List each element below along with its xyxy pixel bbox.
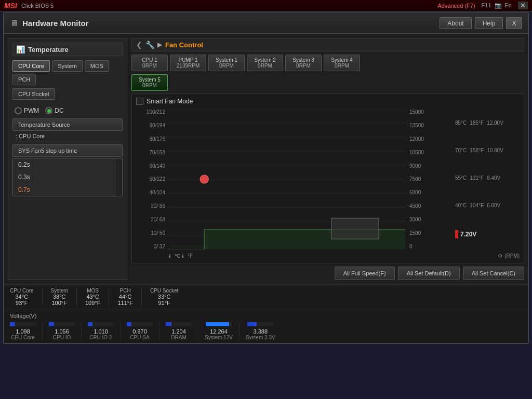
status-bar: CPU Core 34°C 93°F System 38°C 100°F MOS…	[4, 284, 528, 309]
temperature-title: Temperature	[28, 46, 69, 54]
dropdown-scrollbar[interactable]	[115, 158, 122, 196]
fan-system4[interactable]: System 4 0RPM	[324, 55, 360, 71]
tab-pch[interactable]: PCH	[12, 74, 36, 85]
fan-system3[interactable]: System 3 0RPM	[285, 55, 322, 71]
title-bar: 🖥 Hardware Monitor About Help X	[4, 13, 528, 34]
close-button[interactable]: X	[506, 17, 522, 29]
msi-logo: MSI	[4, 2, 17, 10]
set-cancel-button[interactable]: All Set Cancel(C)	[463, 267, 524, 280]
chart-y-labels-left: 100/212 90/194 80/176 70/158 60/140 50/1…	[136, 109, 167, 249]
y-right-9: 1500	[409, 230, 452, 236]
voltage-label-2: 55°C 131°F 8.40V	[455, 175, 520, 181]
fan-buttons-row1: CPU 1 0RPM PUMP 1 2139RPM System 1 0RPM …	[131, 55, 524, 71]
voltage-items: 1.098 CPU Core 1.056 CPU IO 1.010 CPU IO…	[10, 322, 522, 340]
dropdown-item-1[interactable]: 0.3s	[13, 171, 122, 183]
voltage-cpu-io-value: 1.056	[55, 328, 69, 335]
fan-system5-rpm: 0RPM	[136, 83, 163, 88]
smart-fan-checkbox[interactable]	[136, 98, 143, 105]
tab-mos[interactable]: MOS	[85, 60, 109, 72]
dc-radio-indicator	[47, 109, 51, 113]
voltage-cpu-sa-bar	[127, 322, 131, 326]
fan-system4-label: System 4	[331, 57, 353, 63]
pwm-label: PWM	[24, 107, 39, 114]
fan-system5[interactable]: System 5 0RPM	[131, 74, 168, 91]
content-area: 📊 Temperature CPU Core System MOS PCH CP…	[4, 34, 528, 284]
chart-y-labels-right: 15000 13500 12000 10500 9000 7500 6000 4…	[405, 109, 452, 249]
fan-cpu1[interactable]: CPU 1 0RPM	[131, 55, 168, 71]
celsius-symbol: ℃	[175, 253, 180, 259]
smart-fan-row: Smart Fan Mode	[136, 98, 520, 105]
top-bar-subtitle: Click BIOS 5	[21, 3, 54, 9]
fan-pump1[interactable]: PUMP 1 2139RPM	[170, 55, 206, 71]
temp-mos: MOS 43°C 109°F	[85, 288, 109, 306]
about-button[interactable]: About	[440, 17, 471, 29]
fan-pump1-rpm: 2139RPM	[175, 63, 202, 69]
temp-pch-f: 111°F	[117, 300, 132, 306]
left-panel: 📊 Temperature CPU Core System MOS PCH CP…	[8, 38, 127, 280]
voltage-indicator-bar	[455, 230, 458, 238]
dc-label: DC	[55, 107, 63, 114]
temperature-tabs-row2: CPU Socket	[12, 88, 123, 100]
fan-system1[interactable]: System 1 0RPM	[208, 55, 245, 71]
title-bar-left: 🖥 Hardware Monitor	[10, 19, 89, 28]
window-close-icon[interactable]: ✕	[518, 2, 528, 9]
voltage-cpu-io2-value: 1.010	[94, 328, 108, 335]
lang-icon[interactable]: En	[505, 2, 512, 9]
current-voltage-row: 7.20V	[455, 230, 520, 238]
fan-nav-back[interactable]: ❮	[136, 41, 142, 49]
set-default-button[interactable]: All Set Default(D)	[398, 267, 460, 280]
fan-system2-label: System 2	[254, 57, 276, 63]
fan-control-title: Fan Control	[165, 41, 203, 49]
f11-icon[interactable]: F11	[482, 2, 491, 9]
voltage-cpu-core-value: 1.098	[16, 328, 30, 335]
rpm-axis-label: ⚙ (RPM)	[498, 253, 520, 259]
voltage-cpu-io: 1.056 CPU IO	[43, 322, 82, 340]
help-button[interactable]: Help	[475, 17, 503, 29]
pwm-radio-outer	[15, 107, 22, 114]
voltage-dram-bar-wrapper	[166, 322, 192, 326]
temp-cpu-socket-c: 33°C	[158, 294, 171, 300]
temp-pch-name: PCH	[120, 288, 131, 294]
fan-system5-label: System 5	[139, 77, 161, 83]
voltage-system-33v-bar-wrapper	[247, 322, 273, 326]
chart-container: Smart Fan Mode 100/212 90/194 80/176 70/…	[131, 93, 524, 263]
fan-system4-rpm: 0RPM	[328, 63, 355, 69]
dropdown-item-0[interactable]: 0.2s	[13, 158, 122, 171]
top-bar-left: MSI Click BIOS 5	[4, 2, 54, 10]
voltage-label-0: 85°C 185°F 12.00V	[455, 120, 520, 126]
voltage-system-33v: 3.388 System 3.3V	[240, 322, 282, 340]
tab-cpu-core[interactable]: CPU Core	[12, 60, 50, 72]
temp-system-name: System	[51, 288, 68, 294]
fan-chart-svg[interactable]	[167, 109, 405, 249]
advanced-label: Advanced (F7)	[437, 3, 475, 9]
voltage-cpu-io2-bar-wrapper	[88, 322, 114, 326]
dc-radio[interactable]: DC	[45, 107, 63, 114]
temperature-section-header: 📊 Temperature	[12, 43, 123, 56]
bottom-buttons: All Full Speed(F) All Set Default(D) All…	[131, 267, 524, 280]
y-label-0: 100/212	[136, 109, 165, 115]
voltage-system-12v-bar	[206, 322, 229, 326]
y-label-7: 30/ 86	[136, 203, 165, 209]
hardware-monitor-icon: 🖥	[10, 19, 18, 28]
screenshot-icon[interactable]: 📷	[495, 2, 502, 9]
pwm-radio[interactable]: PWM	[15, 107, 39, 114]
right-panel: ❮ 🔧 ▶ Fan Control CPU 1 0RPM PUMP 1 2139…	[131, 38, 524, 280]
temp-cpu-socket-f: 91°F	[158, 300, 170, 306]
tab-system[interactable]: System	[52, 60, 83, 72]
y-right-10: 0	[409, 244, 452, 249]
temp-mos-f: 109°F	[85, 300, 100, 306]
full-speed-button[interactable]: All Full Speed(F)	[335, 267, 395, 280]
voltage-label-1: 70°C 158°F 10.80V	[455, 148, 520, 153]
dropdown-list: 0.2s 0.3s 0.7s	[12, 158, 123, 196]
fan-system3-rpm: 0RPM	[290, 63, 317, 69]
voltage-cpu-io2-name: CPU IO 2	[90, 335, 112, 340]
fan-system2[interactable]: System 2 0RPM	[247, 55, 283, 71]
voltage-cpu-core-name: CPU Core	[11, 335, 35, 340]
y-right-2: 12000	[409, 136, 452, 142]
y-label-3: 70/158	[136, 150, 165, 155]
tab-cpu-socket[interactable]: CPU Socket	[12, 88, 55, 100]
voltage-dram-value: 1.204	[171, 328, 186, 335]
chart-svg-wrapper: 100/212 90/194 80/176 70/158 60/140 50/1…	[136, 109, 520, 251]
dropdown-item-2[interactable]: 0.7s	[13, 183, 122, 196]
temperature-source-button[interactable]: Temperature Source	[12, 118, 123, 131]
